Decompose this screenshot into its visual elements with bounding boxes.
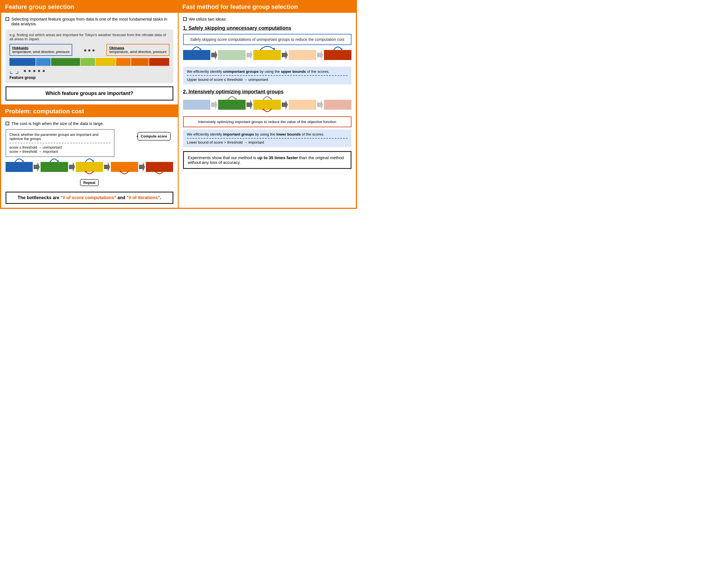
problem-bullet-text: The cost is high when the size of the da… [12, 121, 104, 126]
fg-dots [24, 69, 45, 72]
okinawa-title: Okinawa [109, 46, 166, 50]
prob-arc1-top [14, 157, 24, 164]
int-arc3-bot [262, 108, 273, 115]
okinawa-desc: temperature, wind direction, pressure [109, 50, 166, 54]
section2: 2. Intensively optimizing important grou… [183, 89, 352, 169]
dot1 [84, 49, 86, 51]
bottleneck-text-pre: The bottlenecks are [18, 195, 61, 200]
info2-text-mid: by using the [254, 132, 276, 136]
fg-dot4 [38, 70, 40, 72]
bottleneck-highlight1: "# of score computations" [61, 195, 116, 200]
int-arc2-top [227, 95, 237, 101]
bar-blue2 [36, 58, 50, 66]
bar-orange2 [131, 58, 148, 66]
problem-section: Problem: computation cost The cost is hi… [1, 106, 178, 208]
feature-group-header: Feature group selection [1, 1, 178, 13]
dot2 [88, 49, 90, 51]
blue-skip-box: Safely skipping score computations of un… [183, 34, 352, 45]
example-box: e.g. finding out which areas are importa… [5, 29, 173, 83]
section1-heading: 1. Safely skipping unnecessary computati… [183, 25, 352, 31]
fg-label-row: ⌞ ⌞ [9, 67, 169, 75]
skip-between1 [211, 50, 217, 60]
problem-bullet: The cost is high when the size of the da… [5, 121, 173, 126]
hokkaido-desc: temperature, wind direction, pressure [12, 50, 69, 54]
bottleneck-text-end: . [160, 195, 161, 200]
bar-ltgreen [81, 58, 95, 66]
dot3 [92, 49, 94, 51]
skip-seg5 [324, 50, 352, 60]
int-between1 [211, 100, 217, 110]
okinawa-box: Okinawa temperature, wind direction, pre… [106, 44, 169, 56]
info1-bold2: upper bounds [281, 69, 306, 74]
bar-orange [116, 58, 131, 66]
prob-seg1 [5, 162, 33, 172]
info2-dashed [187, 138, 348, 139]
prob-arc4-bot [119, 170, 130, 177]
svg-marker-8 [139, 162, 145, 172]
prob-arc3-top [84, 157, 95, 164]
skip-seg3 [253, 50, 281, 60]
prob-seg3 [76, 162, 103, 172]
bar-yellow [96, 58, 116, 66]
section2-heading: 2. Intensively optimizing important grou… [183, 89, 352, 95]
which-box: Which feature groups are important? [5, 86, 173, 101]
info1-text-mid: by using the [259, 69, 281, 74]
red-intense-text: Intensively optimizing important groups … [198, 120, 336, 124]
svg-marker-11 [211, 50, 217, 60]
skip-arc1-top [191, 45, 202, 52]
info1-bold1: unimportant groups [223, 69, 259, 74]
fg-dot3 [33, 70, 35, 72]
int-between3 [282, 100, 288, 110]
between-arrow3 [104, 162, 110, 172]
prob-seg4 [111, 162, 138, 172]
compute-bubble: Compute score [138, 132, 171, 141]
problem-bullet-icon [5, 122, 9, 125]
int-between4 [317, 100, 323, 110]
red-intense-box: Intensively optimizing important groups … [183, 117, 352, 127]
info-box-2: We efficiently identify important groups… [183, 129, 352, 147]
right-bullet-icon [183, 17, 187, 21]
between-arrow2 [69, 162, 75, 172]
problem-bar [5, 162, 173, 172]
info1-text-end: of the scores. [306, 69, 330, 74]
skip-between4 [317, 50, 323, 60]
inner-line1: score ≤ threshold → unimportant [9, 145, 110, 149]
info2-text-pre: We efficiently identify [187, 132, 223, 136]
prob-arc3-bot [84, 170, 95, 177]
compute-label: Compute score [141, 134, 167, 138]
prob-arc2-top [49, 157, 60, 164]
svg-marker-22 [282, 100, 288, 110]
fg-dot2 [28, 70, 30, 72]
bracket-left: ⌞ [9, 67, 13, 75]
int-seg1-faded [183, 100, 211, 110]
prob-arc5-bot [154, 170, 165, 177]
int-seg3 [253, 100, 281, 110]
dashed-divider [9, 143, 110, 143]
repeat-label: Repeat [83, 181, 95, 185]
feature-bullet-text: Selecting important feature groups from … [12, 17, 173, 26]
info2-bold1: important groups [223, 132, 254, 136]
hokkaido-title: Hokkaido [12, 46, 69, 50]
right-header: Fast method for feature group selection [178, 1, 356, 13]
experiments-box: Experiments show that our method is up t… [183, 151, 352, 169]
problem-chain: Repeat [5, 162, 173, 187]
svg-marker-12 [247, 50, 253, 60]
info1-text-pre: We efficiently identify [187, 69, 223, 74]
svg-marker-1 [34, 162, 40, 172]
right-body: We utilize two ideas: 1. Safely skipping… [178, 13, 356, 173]
right-bullet-text: We utilize two ideas: [189, 17, 227, 21]
svg-marker-23 [317, 100, 323, 110]
feature-bullet: Selecting important feature groups from … [5, 17, 173, 26]
problem-body: The cost is high when the size of the da… [1, 117, 178, 208]
intense-chain [183, 100, 352, 110]
main-container: Feature group selection Selecting import… [0, 0, 357, 209]
right-bullet: We utilize two ideas: [183, 17, 352, 21]
info2-text-end: of the scores. [300, 132, 324, 136]
skip-seg2-faded [218, 50, 246, 60]
fg-dot1 [24, 70, 26, 72]
skip-seg4-faded [289, 50, 316, 60]
info1-dashed-text: Upper bound of score ≤ threshold → unimp… [187, 78, 348, 82]
bar-red [149, 58, 169, 66]
regions-row: Hokkaido temperature, wind direction, pr… [9, 44, 169, 56]
which-text: Which feature groups are important? [46, 90, 133, 96]
